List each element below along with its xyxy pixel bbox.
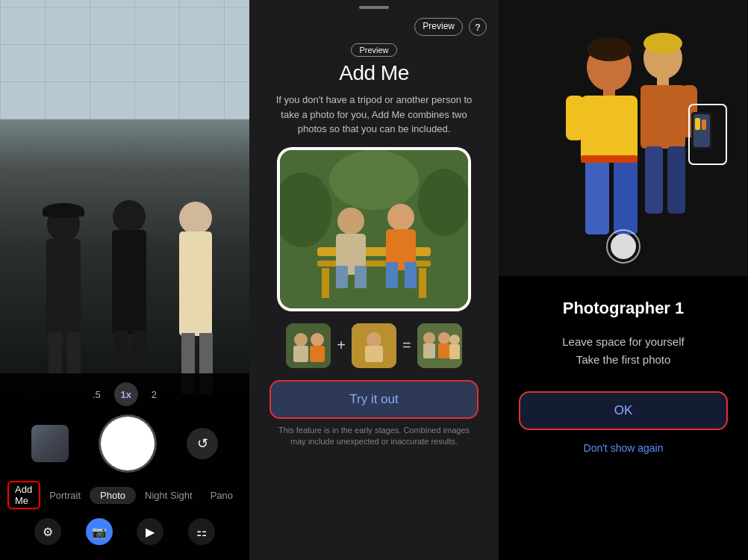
svg-rect-29 bbox=[405, 262, 417, 288]
sliders-icon: ⚏ bbox=[196, 525, 207, 539]
svg-point-56 bbox=[643, 33, 682, 54]
camera-panel: ↙ .5 1x 2 ↺ Add Me Portrait Photo Night … bbox=[0, 0, 249, 560]
thumb3-image bbox=[417, 323, 462, 368]
svg-rect-32 bbox=[293, 346, 308, 362]
modal-title: Add Me bbox=[339, 61, 409, 85]
filters-button[interactable]: ⚏ bbox=[188, 518, 215, 545]
svg-rect-50 bbox=[566, 96, 584, 140]
photographer-title: Photographer 1 bbox=[563, 299, 685, 318]
photo-one-thumb bbox=[286, 323, 331, 368]
video-icon: ▶ bbox=[146, 525, 155, 539]
photographer-panel: Photographer 1 Leave space for yourself … bbox=[499, 0, 748, 560]
beta-notice: This feature is in the early stages. Com… bbox=[249, 419, 499, 454]
svg-rect-34 bbox=[310, 346, 325, 362]
flip-icon: ↺ bbox=[197, 435, 208, 452]
svg-rect-11 bbox=[179, 231, 212, 336]
svg-point-17 bbox=[329, 150, 419, 210]
svg-point-47 bbox=[587, 37, 632, 61]
plus-sign: + bbox=[337, 337, 346, 354]
equals-sign: = bbox=[402, 337, 411, 354]
svg-point-39 bbox=[423, 332, 435, 344]
result-thumb bbox=[417, 323, 462, 368]
flip-camera-button[interactable]: ↺ bbox=[187, 428, 218, 459]
svg-rect-5 bbox=[43, 211, 84, 217]
gear-icon: ⚙ bbox=[43, 525, 53, 539]
try-button-label: Try it out bbox=[349, 392, 399, 407]
svg-point-10 bbox=[179, 202, 212, 234]
svg-point-31 bbox=[294, 333, 308, 346]
svg-rect-62 bbox=[695, 118, 700, 130]
svg-rect-42 bbox=[438, 343, 450, 358]
svg-rect-1 bbox=[46, 239, 81, 336]
help-button[interactable]: ? bbox=[469, 18, 487, 36]
dont-show-again-button[interactable]: Don't show again bbox=[584, 442, 664, 454]
dont-show-label: Don't show again bbox=[584, 442, 664, 454]
svg-rect-40 bbox=[423, 343, 435, 358]
photographer-description: Leave space for yourself Take the first … bbox=[540, 333, 706, 369]
video-mode-button[interactable]: ▶ bbox=[137, 518, 163, 545]
svg-point-43 bbox=[449, 335, 460, 345]
modal-preview-badge: Preview bbox=[351, 43, 396, 57]
svg-rect-24 bbox=[336, 266, 348, 288]
mode-portrait[interactable]: Portrait bbox=[40, 487, 90, 504]
svg-rect-44 bbox=[449, 344, 460, 359]
svg-rect-65 bbox=[667, 146, 685, 214]
svg-rect-64 bbox=[645, 146, 663, 214]
svg-point-68 bbox=[611, 234, 636, 259]
mode-tabs: Add Me Portrait Photo Night Sight Pano bbox=[0, 481, 249, 509]
mode-nightsight[interactable]: Night Sight bbox=[136, 487, 202, 504]
ok-button[interactable]: OK bbox=[519, 391, 728, 430]
svg-rect-63 bbox=[702, 119, 706, 130]
svg-rect-37 bbox=[365, 346, 383, 362]
svg-rect-25 bbox=[355, 266, 367, 288]
svg-point-6 bbox=[113, 200, 146, 233]
gallery-thumbnail[interactable] bbox=[31, 425, 69, 462]
svg-rect-58 bbox=[641, 85, 685, 149]
mode-addme[interactable]: Add Me bbox=[7, 481, 40, 509]
settings-button[interactable]: ⚙ bbox=[34, 518, 61, 545]
ceiling-bg bbox=[0, 0, 249, 119]
combination-formula: + = bbox=[286, 323, 461, 368]
modal-description: If you don't have a tripod or another pe… bbox=[249, 85, 499, 144]
ok-button-label: OK bbox=[614, 403, 633, 418]
thumb2-image bbox=[352, 323, 396, 368]
try-it-out-button[interactable]: Try it out bbox=[269, 380, 479, 419]
svg-rect-52 bbox=[585, 160, 609, 234]
camera-controls: .5 1x 2 ↺ Add Me Portrait Photo Night Si… bbox=[0, 373, 249, 560]
illustration-area bbox=[499, 0, 748, 276]
zoom-half[interactable]: .5 bbox=[93, 389, 101, 400]
feature-photo-inner bbox=[280, 150, 468, 308]
svg-point-26 bbox=[387, 204, 414, 231]
svg-point-22 bbox=[337, 208, 364, 234]
zoom-controls: .5 1x 2 bbox=[0, 382, 249, 406]
top-preview-pill: Preview bbox=[414, 18, 463, 36]
camera-icon: 📷 bbox=[92, 525, 107, 539]
addme-panel: Preview ? Preview Add Me If you don't ha… bbox=[249, 0, 499, 560]
camera-bottom-icons: ⚙ 📷 ▶ ⚏ bbox=[0, 518, 249, 545]
shutter-button[interactable] bbox=[101, 417, 155, 470]
svg-rect-28 bbox=[386, 262, 398, 288]
svg-point-33 bbox=[311, 333, 324, 346]
photographer-illustration bbox=[499, 0, 748, 276]
modal-top-bar: Preview ? bbox=[249, 9, 499, 36]
svg-rect-20 bbox=[322, 268, 329, 298]
desc-line2: Take the first photo bbox=[576, 353, 671, 366]
svg-rect-49 bbox=[581, 96, 638, 163]
photo-two-thumb bbox=[352, 323, 396, 368]
svg-point-16 bbox=[418, 169, 468, 236]
svg-rect-21 bbox=[419, 268, 426, 298]
bench-photo-illustration bbox=[280, 150, 468, 308]
svg-rect-53 bbox=[614, 160, 638, 234]
desc-line1: Leave space for yourself bbox=[562, 335, 684, 348]
thumbnail-image bbox=[31, 425, 69, 462]
thumb1-image bbox=[286, 323, 331, 368]
zoom-2x[interactable]: 2 bbox=[152, 389, 157, 400]
mode-pano[interactable]: Pano bbox=[202, 487, 242, 504]
svg-rect-7 bbox=[112, 230, 146, 335]
feature-photo bbox=[277, 147, 471, 311]
mode-photo[interactable]: Photo bbox=[90, 487, 136, 504]
zoom-1x[interactable]: 1x bbox=[114, 382, 138, 406]
svg-rect-54 bbox=[581, 155, 638, 163]
photo-mode-button[interactable]: 📷 bbox=[86, 518, 113, 545]
svg-point-36 bbox=[367, 332, 381, 347]
